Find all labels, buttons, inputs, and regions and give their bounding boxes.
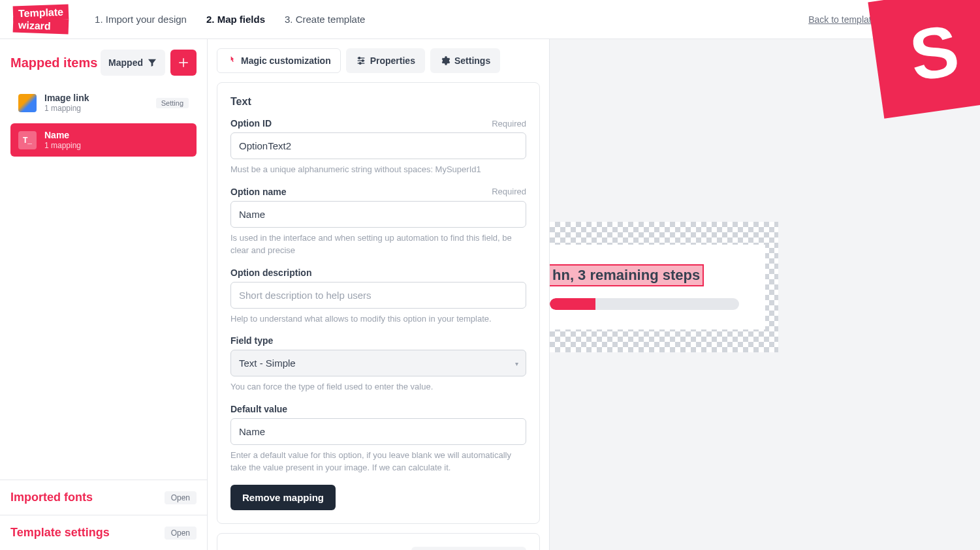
template-settings-row[interactable]: Template settings Open xyxy=(0,515,207,550)
make-customizable-button[interactable]: Make customizable xyxy=(411,547,526,551)
filter-button[interactable]: Mapped xyxy=(101,50,165,76)
tab-label: Settings xyxy=(454,55,490,66)
add-item-button[interactable] xyxy=(170,50,197,76)
color-settings-card: Color Make customizable xyxy=(217,533,540,551)
tab-label: Properties xyxy=(370,55,415,66)
option-id-help: Must be a unique alphanumeric string wit… xyxy=(230,163,526,176)
option-desc-label: Option description xyxy=(230,267,311,278)
default-value-help: Enter a default value for this option, i… xyxy=(230,449,526,474)
preview-progress-fill xyxy=(550,298,595,310)
preview-panel: hn, 3 remaining steps xyxy=(550,39,980,550)
option-name-help: Is used in the interface and when settin… xyxy=(230,232,526,257)
tab-magic-customization[interactable]: Magic customization xyxy=(217,48,341,73)
sidebar-item-name[interactable]: T_ Name 1 mapping xyxy=(10,123,197,157)
footer-title: Imported fonts xyxy=(10,491,93,504)
option-name-label: Option name xyxy=(230,187,287,197)
tab-label: Magic customization xyxy=(241,55,331,66)
open-badge: Open xyxy=(165,491,197,504)
step-map-fields[interactable]: 2. Map fields xyxy=(206,14,265,25)
item-title: Image link xyxy=(44,93,89,104)
header: Template wizard 1. Import your design 2.… xyxy=(0,0,980,39)
preview-progress-bar xyxy=(550,298,739,310)
preview-highlighted-text: hn, 3 remaining steps xyxy=(550,264,704,286)
remove-mapping-button[interactable]: Remove mapping xyxy=(230,485,336,510)
card-title: Text xyxy=(230,96,526,108)
preview-canvas: hn, 3 remaining steps xyxy=(550,222,778,352)
wizard-steps: 1. Import your design 2. Map fields 3. C… xyxy=(95,14,365,25)
option-id-input[interactable] xyxy=(230,132,526,159)
field-type-label: Field type xyxy=(230,335,273,346)
item-subtitle: 1 mapping xyxy=(44,141,81,150)
sliders-icon xyxy=(356,55,366,66)
svg-point-5 xyxy=(359,63,361,65)
default-value-label: Default value xyxy=(230,404,287,414)
required-label: Required xyxy=(492,187,526,196)
step-create-template[interactable]: 3. Create template xyxy=(285,14,365,25)
tab-settings[interactable]: Settings xyxy=(430,48,500,73)
svg-point-4 xyxy=(362,60,364,62)
item-thumbnail-avatar xyxy=(18,94,37,112)
sidebar: Mapped items Mapped Image link xyxy=(0,39,208,550)
open-badge: Open xyxy=(165,527,197,540)
preview-content: hn, 3 remaining steps xyxy=(550,245,765,329)
option-desc-input[interactable] xyxy=(230,282,526,309)
overlay-letter: S xyxy=(905,8,964,97)
overlay-badge: S xyxy=(868,0,980,119)
svg-point-3 xyxy=(358,57,360,59)
option-name-input[interactable] xyxy=(230,201,526,228)
item-subtitle: 1 mapping xyxy=(44,104,89,113)
item-thumbnail-text: T_ xyxy=(18,131,37,149)
sidebar-item-image-link[interactable]: Image link 1 mapping Setting xyxy=(10,86,197,119)
logo-text-bottom: wizard xyxy=(13,17,69,34)
tab-properties[interactable]: Properties xyxy=(346,48,425,73)
filter-icon xyxy=(147,57,157,68)
center-panel: Magic customization Properties Settings … xyxy=(208,39,550,550)
pointer-icon xyxy=(227,55,237,66)
field-type-help: You can force the type of field used to … xyxy=(230,380,526,393)
filter-label: Mapped xyxy=(108,57,143,68)
item-badge: Setting xyxy=(156,98,189,108)
field-type-select[interactable]: Text - Simple xyxy=(230,350,526,376)
step-import[interactable]: 1. Import your design xyxy=(95,14,187,25)
sidebar-title: Mapped items xyxy=(10,55,97,70)
option-desc-help: Help to understand what allows to modify… xyxy=(230,313,526,326)
gear-icon xyxy=(440,55,450,66)
logo[interactable]: Template wizard xyxy=(13,5,69,33)
required-label: Required xyxy=(492,119,526,129)
default-value-input[interactable] xyxy=(230,418,526,445)
imported-fonts-row[interactable]: Imported fonts Open xyxy=(0,480,207,515)
item-title: Name xyxy=(44,130,81,141)
plus-icon xyxy=(178,57,189,69)
footer-title: Template settings xyxy=(10,526,110,540)
option-id-label: Option ID xyxy=(230,118,272,129)
text-settings-card: Text Option ID Required Must be a unique… xyxy=(217,82,540,524)
